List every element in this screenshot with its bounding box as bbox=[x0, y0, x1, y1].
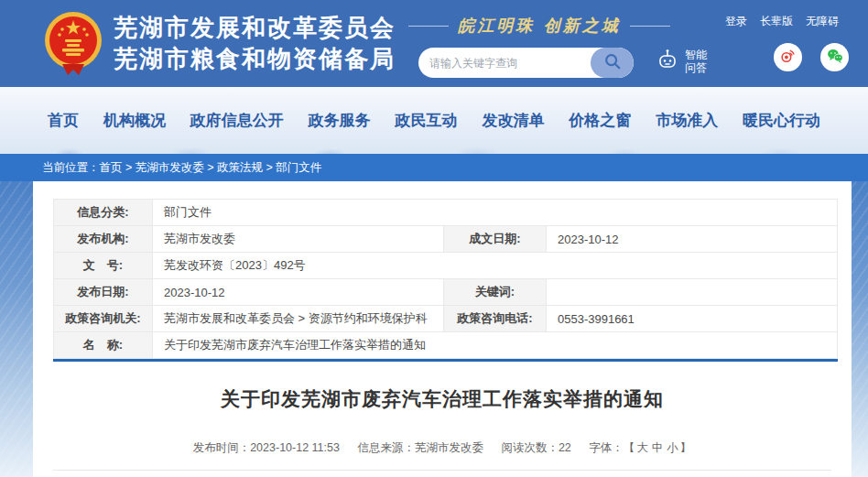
site-search bbox=[418, 48, 634, 78]
views-label: 阅读次数： bbox=[501, 441, 559, 454]
consult-org-value: 芜湖市发展和改革委员会 > 资源节约和环境保护科 bbox=[153, 306, 444, 332]
site-title-line2: 芜湖市粮食和物资储备局 bbox=[114, 43, 396, 74]
source-label: 信息来源： bbox=[357, 441, 415, 454]
source-value: 芜湖市发改委 bbox=[415, 441, 483, 454]
article-title: 关于印发芜湖市废弃汽车治理工作落实举措的通知 bbox=[33, 386, 852, 412]
breadcrumb-home[interactable]: 首页 bbox=[100, 161, 123, 174]
keywords-value bbox=[546, 279, 837, 306]
site-header: 芜湖市发展和改革委员会 芜湖市粮食和物资储备局 皖江明珠 创新之城 bbox=[0, 0, 868, 87]
site-title-line1: 芜湖市发展和改革委员会 bbox=[114, 12, 396, 43]
info-category-value: 部门文件 bbox=[153, 200, 838, 226]
nav-item-ndrc-list[interactable]: 发改清单 bbox=[482, 110, 544, 131]
blue-divider bbox=[53, 359, 838, 362]
smart-qa-entry[interactable]: 智能 问答 bbox=[656, 48, 707, 75]
consult-org-label: 政策咨询机关: bbox=[54, 306, 153, 332]
search-icon bbox=[603, 52, 622, 73]
motto-left-line bbox=[408, 26, 449, 27]
nav-item-gov-info[interactable]: 政府信息公开 bbox=[190, 110, 284, 131]
wechat-share-button[interactable] bbox=[820, 43, 849, 71]
doc-name-label: 名 称: bbox=[54, 332, 153, 359]
table-row: 发布日期: 2023-10-12 关键词: bbox=[54, 279, 838, 306]
publish-date-label: 发布日期: bbox=[54, 279, 153, 306]
publisher-value: 芜湖市发改委 bbox=[153, 226, 444, 253]
breadcrumb-dept[interactable]: 芜湖市发改委 bbox=[136, 161, 204, 174]
breadcrumb: 当前位置：首页 > 芜湖市发改委 > 政策法规 > 部门文件 bbox=[0, 154, 868, 181]
nav-watercolor-decoration bbox=[0, 139, 868, 154]
city-motto: 皖江明珠 创新之城 bbox=[410, 15, 668, 37]
consult-phone-value: 0553-3991661 bbox=[546, 306, 837, 332]
table-row: 名 称: 关于印发芜湖市废弃汽车治理工作落实举措的通知 bbox=[54, 332, 838, 359]
table-row: 信息分类: 部门文件 bbox=[54, 200, 838, 226]
main-nav: 首页 机构概况 政府信息公开 政务服务 政民互动 发改清单 价格之窗 市场准入 … bbox=[0, 87, 868, 154]
document-panel: 信息分类: 部门文件 发布机构: 芜湖市发改委 成文日期: 2023-10-12… bbox=[33, 181, 852, 477]
login-link[interactable]: 登录 bbox=[725, 14, 747, 29]
site-title: 芜湖市发展和改革委员会 芜湖市粮食和物资储备局 bbox=[114, 12, 396, 74]
nav-item-market-access[interactable]: 市场准入 bbox=[656, 110, 718, 131]
doc-number-label: 文 号: bbox=[54, 253, 153, 279]
doc-number-value: 芜发改环资〔2023〕492号 bbox=[153, 253, 838, 279]
table-row: 政策咨询机关: 芜湖市发展和改革委员会 > 资源节约和环境保护科 政策咨询电话:… bbox=[54, 306, 838, 332]
content-background: 信息分类: 部门文件 发布机构: 芜湖市发改委 成文日期: 2023-10-12… bbox=[0, 181, 868, 477]
breadcrumb-separator: > bbox=[204, 161, 217, 174]
nav-item-gov-services[interactable]: 政务服务 bbox=[309, 110, 371, 131]
font-size-medium[interactable]: 中 bbox=[652, 441, 664, 454]
views-value: 22 bbox=[559, 441, 571, 454]
accessibility-link[interactable]: 无障碍 bbox=[806, 14, 839, 29]
nav-item-org-overview[interactable]: 机构概况 bbox=[103, 110, 166, 131]
breadcrumb-separator: > bbox=[263, 161, 276, 174]
page: 芜湖市发展和改革委员会 芜湖市粮食和物资储备局 皖江明珠 创新之城 bbox=[0, 0, 868, 477]
breadcrumb-prefix: 当前位置： bbox=[42, 161, 100, 174]
table-row: 发布机构: 芜湖市发改委 成文日期: 2023-10-12 bbox=[54, 226, 838, 253]
motto-text: 皖江明珠 创新之城 bbox=[458, 15, 620, 37]
utility-links: 登录 长辈版 无障碍 bbox=[725, 14, 839, 29]
nav-item-home[interactable]: 首页 bbox=[48, 110, 79, 131]
breadcrumb-policy[interactable]: 政策法规 bbox=[217, 161, 263, 174]
weibo-icon bbox=[779, 47, 797, 68]
font-bracket-open: 【 bbox=[624, 441, 635, 454]
article-meta: 发布时间：2023-10-12 11:53 信息来源：芜湖市发改委 阅读次数：2… bbox=[33, 440, 852, 456]
search-input[interactable] bbox=[418, 48, 591, 78]
publish-time-label: 发布时间： bbox=[193, 441, 251, 454]
font-size-small[interactable]: 小 bbox=[667, 441, 678, 454]
font-bracket-close: 】 bbox=[680, 441, 692, 454]
robot-icon bbox=[656, 48, 679, 75]
national-emblem-logo bbox=[40, 9, 106, 77]
search-button[interactable] bbox=[591, 48, 634, 78]
font-size-large[interactable]: 大 bbox=[636, 441, 648, 454]
nav-item-price-window[interactable]: 价格之窗 bbox=[569, 110, 631, 131]
written-date-value: 2023-10-12 bbox=[546, 226, 837, 253]
elder-version-link[interactable]: 长辈版 bbox=[760, 14, 793, 29]
nav-item-interaction[interactable]: 政民互动 bbox=[396, 110, 458, 131]
publisher-label: 发布机构: bbox=[54, 226, 153, 253]
breadcrumb-current[interactable]: 部门文件 bbox=[276, 161, 321, 174]
font-size-label: 字体： bbox=[589, 441, 624, 454]
publish-date-value: 2023-10-12 bbox=[153, 279, 444, 306]
weibo-share-button[interactable] bbox=[774, 43, 802, 71]
doc-name-value: 关于印发芜湖市废弃汽车治理工作落实举措的通知 bbox=[153, 332, 838, 359]
document-info-table: 信息分类: 部门文件 发布机构: 芜湖市发改委 成文日期: 2023-10-12… bbox=[53, 199, 838, 359]
publish-time-value: 2023-10-12 11:53 bbox=[250, 441, 340, 454]
table-row: 文 号: 芜发改环资〔2023〕492号 bbox=[54, 253, 838, 279]
written-date-label: 成文日期: bbox=[443, 226, 546, 253]
consult-phone-label: 政策咨询电话: bbox=[443, 306, 546, 332]
smart-qa-label: 智能 问答 bbox=[685, 49, 707, 74]
wechat-icon bbox=[826, 47, 844, 69]
nav-item-warm-action[interactable]: 暖民心行动 bbox=[743, 110, 820, 131]
keywords-label: 关键词: bbox=[443, 279, 546, 306]
info-category-label: 信息分类: bbox=[54, 200, 153, 226]
breadcrumb-separator: > bbox=[123, 161, 136, 174]
motto-right-line bbox=[630, 26, 670, 27]
article-separator bbox=[53, 470, 831, 471]
